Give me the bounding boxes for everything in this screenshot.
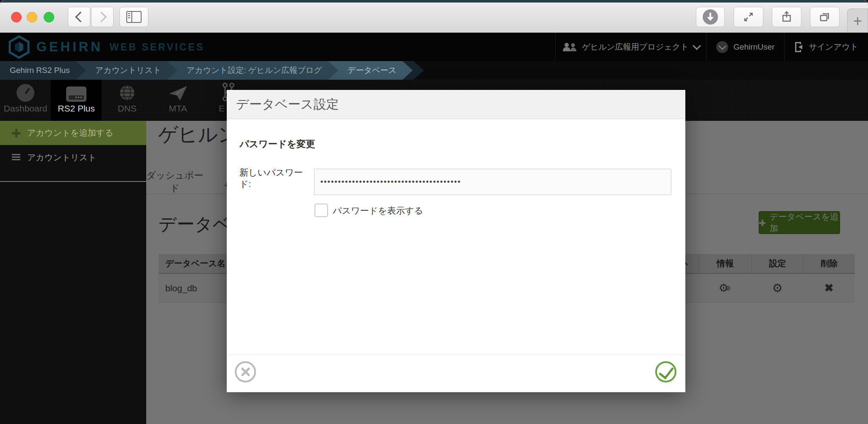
nav-item-dns[interactable]: DNS <box>102 80 153 121</box>
signout-label: サインアウト <box>809 42 858 53</box>
chevron-right-icon <box>96 11 106 22</box>
sidebar-item-account-list[interactable]: アカウントリスト <box>0 145 146 170</box>
new-password-input[interactable] <box>314 169 671 195</box>
users-icon <box>562 42 577 52</box>
zoom-window-button[interactable] <box>44 12 54 22</box>
sidebar-divider <box>0 181 146 182</box>
plus-icon <box>12 129 20 137</box>
breadcrumb-item-account-list[interactable]: アカウントリスト <box>76 61 178 80</box>
show-password-checkbox[interactable] <box>314 204 328 217</box>
new-password-label: 新しいパスワード: <box>239 167 309 190</box>
minimize-window-button[interactable] <box>27 12 37 22</box>
download-icon <box>703 9 718 25</box>
nav-label: RS2 Plus <box>51 103 102 114</box>
change-password-heading: パスワードを変更 <box>239 138 315 151</box>
share-icon <box>780 10 793 24</box>
nav-item-mta[interactable]: MTA <box>153 80 203 121</box>
globe-icon <box>118 84 136 102</box>
window-top-edge <box>0 0 868 3</box>
sidebar-item-label: アカウントリスト <box>27 152 97 163</box>
gehirn-logo[interactable]: GEHIRN WEB SERVICES <box>8 35 205 59</box>
sidebar-icon <box>126 11 142 23</box>
breadcrumb-item-account-settings[interactable]: アカウント設定: ゲヒルン広報ブログ <box>167 61 338 80</box>
show-password-label[interactable]: パスワードを表示する <box>333 205 423 217</box>
tab-overview-button[interactable] <box>810 7 840 27</box>
nav-item-rs2plus[interactable]: RS2 Plus <box>51 80 102 121</box>
nav-label: MTA <box>153 103 203 114</box>
door-exit-icon <box>794 42 804 53</box>
share-button[interactable] <box>772 7 801 27</box>
logo-text-primary: GEHIRN <box>36 39 103 55</box>
gauge-icon <box>17 84 34 102</box>
cancel-button[interactable] <box>235 361 256 382</box>
check-circle-icon <box>659 363 673 379</box>
signout-button[interactable]: サインアウト <box>784 33 868 61</box>
sidebar: アカウントを追加する アカウントリスト <box>0 121 146 424</box>
server-icon <box>66 86 86 102</box>
browser-window: + GEHIRN WEB SERVICES ゲヒルン広報用プロジェクト <box>0 0 868 424</box>
x-circle-icon <box>240 367 250 377</box>
forward-button[interactable] <box>91 7 114 27</box>
project-menu[interactable]: ゲヒルン広報用プロジェクト <box>555 33 707 61</box>
modal-title: データベース設定 <box>236 90 685 119</box>
chevron-left-icon <box>75 11 86 22</box>
expand-icon <box>742 11 755 23</box>
window-titlebar: + <box>0 0 868 33</box>
downloads-button[interactable] <box>696 7 725 27</box>
sidebar-toggle-button[interactable] <box>120 7 148 27</box>
modal-header: データベース設定 <box>227 90 685 119</box>
hexagon-logo-icon <box>8 35 31 59</box>
avatar <box>716 41 728 53</box>
new-tab-button[interactable]: + <box>847 8 868 33</box>
list-icon <box>12 153 20 162</box>
logo-text-secondary: WEB SERVICES <box>110 42 205 53</box>
paper-plane-icon <box>168 85 188 102</box>
nav-label: Dashboard <box>0 103 51 114</box>
sidebar-item-label: アカウントを追加する <box>27 127 114 139</box>
database-settings-modal: データベース設定 パスワードを変更 新しいパスワード: パスワードを表示する <box>227 90 685 392</box>
nav-item-dashboard[interactable]: Dashboard <box>0 80 51 121</box>
breadcrumb: Gehirn RS2 Plus アカウントリスト アカウント設定: ゲヒルン広報… <box>0 61 868 80</box>
plus-icon: + <box>853 12 862 30</box>
close-window-button[interactable] <box>11 12 22 22</box>
back-button[interactable] <box>68 7 90 27</box>
user-menu[interactable]: GehirnUser <box>706 33 785 61</box>
modal-body: パスワードを変更 新しいパスワード: パスワードを表示する <box>227 119 685 355</box>
modal-footer <box>227 354 685 392</box>
breadcrumb-item-rs2plus[interactable]: Gehirn RS2 Plus <box>0 61 86 80</box>
user-menu-label: GehirnUser <box>733 42 774 52</box>
tabs-icon <box>818 11 831 23</box>
confirm-button[interactable] <box>655 361 676 382</box>
fullscreen-button[interactable] <box>734 7 763 27</box>
app-header: GEHIRN WEB SERVICES ゲヒルン広報用プロジェクト Gehirn… <box>0 33 868 61</box>
project-menu-label: ゲヒルン広報用プロジェクト <box>582 42 688 53</box>
chevron-down-icon <box>693 42 701 50</box>
breadcrumb-item-database[interactable]: データベース <box>328 61 413 80</box>
sidebar-item-add-account[interactable]: アカウントを追加する <box>0 121 146 145</box>
nav-label: DNS <box>102 103 153 114</box>
